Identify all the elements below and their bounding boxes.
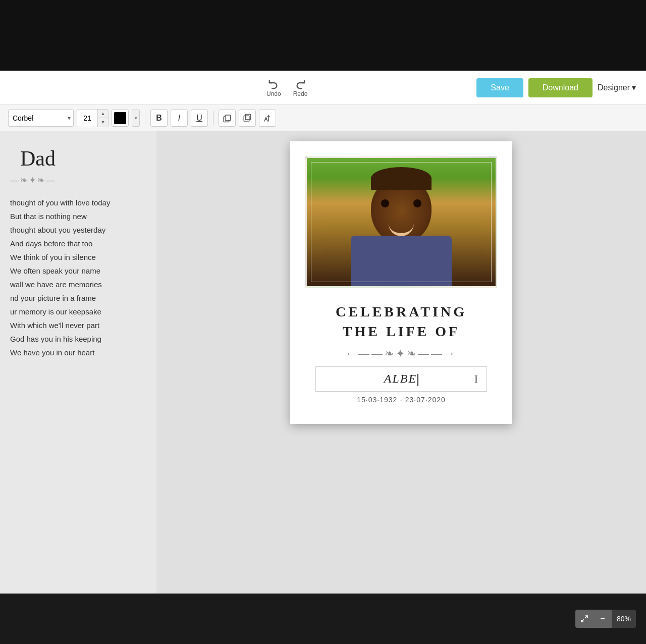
face-photo-sim — [307, 158, 496, 286]
name-box[interactable]: ALBE I — [315, 366, 487, 391]
font-size-wrapper: ▲ ▼ — [77, 109, 109, 127]
poem-line-1: thought of you with love today — [10, 196, 146, 209]
poem-line-10: With which we'll never part — [10, 318, 146, 332]
bold-button[interactable]: B — [150, 110, 168, 127]
poem-line-12: We have you in our heart — [10, 346, 146, 359]
top-bar — [0, 0, 646, 71]
chevron-down-icon: ▾ — [632, 83, 636, 92]
underline-button[interactable]: U — [191, 110, 208, 127]
font-family-select[interactable]: Corbel — [8, 110, 74, 127]
poem-line-7: wall we have are memories — [10, 278, 146, 291]
text-cursor — [417, 374, 418, 386]
poem-line-8: nd your picture in a frame — [10, 291, 146, 305]
forehead — [371, 167, 432, 190]
undo-label: Undo — [266, 90, 281, 97]
memorial-card: CELEBRATING THE LIFE OF ←——❧✦❧——→ ALBE I… — [290, 141, 512, 424]
main-area: Dad —❧✦❧— thought of you with love today… — [0, 131, 646, 594]
bottom-bar: − 80% — [0, 594, 646, 644]
redo-button[interactable]: Redo — [289, 76, 312, 99]
designer-button[interactable]: Designer ▾ — [598, 83, 636, 92]
svg-rect-2 — [244, 116, 249, 121]
layer-up-button[interactable] — [219, 110, 236, 127]
format-divider — [145, 111, 145, 125]
card-photo — [305, 156, 497, 288]
smile — [389, 224, 414, 236]
font-size-arrows: ▲ ▼ — [97, 110, 108, 127]
poem-line-9: ur memory is our keepsake — [10, 305, 146, 318]
redo-label: Redo — [293, 90, 308, 97]
eye-right — [413, 199, 421, 207]
color-button[interactable] — [112, 110, 129, 127]
sidebar-poem: thought of you with love today But that … — [10, 196, 146, 359]
card-ornament: ←——❧✦❧——→ — [305, 347, 497, 360]
sidebar-title: Dad — [10, 146, 146, 171]
poem-line-3: thought about you yesterday — [10, 223, 146, 237]
toolbar-center: Undo Redo — [262, 76, 311, 99]
text-style-button[interactable] — [259, 110, 276, 127]
color-swatch — [114, 112, 126, 124]
i-beam-cursor: I — [474, 372, 479, 386]
svg-rect-1 — [225, 115, 231, 121]
eyes — [381, 199, 421, 207]
poem-line-11: God has you in his keeping — [10, 332, 146, 346]
font-family-wrapper: Corbel — [8, 110, 74, 127]
name-text: ALBE — [384, 372, 417, 385]
poem-line-6: We often speak your name — [10, 264, 146, 278]
canvas-area: CELEBRATING THE LIFE OF ←——❧✦❧——→ ALBE I… — [156, 131, 646, 594]
toolbar: Undo Redo Save Download Designer ▾ — [0, 71, 646, 105]
zoom-expand-button[interactable] — [575, 610, 594, 628]
eye-left — [381, 199, 389, 207]
poem-line-4: And days before that too — [10, 237, 146, 250]
zoom-out-button[interactable]: − — [594, 610, 612, 628]
sidebar-text: Dad —❧✦❧— thought of you with love today… — [0, 131, 156, 594]
celebrating-line1: CELEBRATING — [305, 302, 497, 321]
card-dates: 15·03·1932 - 23·07·2020 — [305, 396, 497, 404]
italic-button[interactable]: I — [171, 110, 188, 127]
designer-label: Designer — [598, 83, 630, 92]
font-size-input[interactable] — [77, 110, 97, 127]
poem-line-2: But that is nothing new — [10, 209, 146, 223]
card-celebrating: CELEBRATING THE LIFE OF — [305, 302, 497, 341]
celebrating-line2: THE LIFE OF — [305, 321, 497, 341]
sidebar-divider: —❧✦❧— — [10, 175, 146, 186]
font-size-up-button[interactable]: ▲ — [98, 110, 108, 118]
undo-button[interactable]: Undo — [262, 76, 285, 99]
poem-line-5: We think of you in silence — [10, 250, 146, 264]
zoom-controls: − 80% — [575, 610, 636, 628]
font-size-down-button[interactable]: ▼ — [98, 118, 108, 127]
format-divider-2 — [213, 111, 213, 125]
format-bar: Corbel ▲ ▼ ▾ B I U — [0, 105, 646, 131]
color-dropdown-arrow[interactable]: ▾ — [132, 110, 140, 127]
save-button[interactable]: Save — [476, 78, 523, 97]
download-button[interactable]: Download — [528, 78, 593, 97]
layer-down-button[interactable] — [239, 110, 256, 127]
zoom-level: 80% — [612, 615, 636, 623]
